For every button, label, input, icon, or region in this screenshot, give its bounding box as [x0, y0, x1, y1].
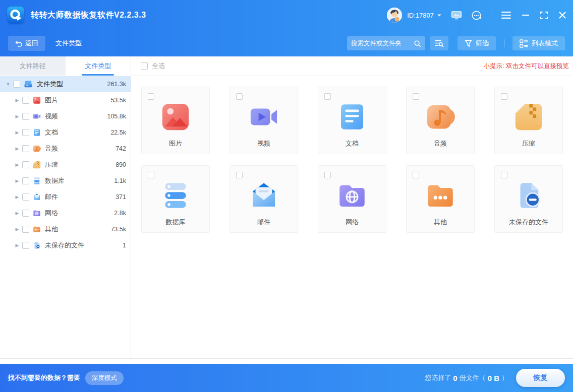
tree-item-file-types[interactable]: ▼文件类型261.3k: [0, 76, 131, 92]
expand-arrow-icon[interactable]: ▶: [13, 194, 21, 200]
filter-button-label: 筛选: [476, 39, 489, 48]
file-type-tree: ▼文件类型261.3k▶图片53.5k▶视频105.8k▶文档22.5k▶音频7…: [0, 76, 131, 253]
sidebar-tab-file-type[interactable]: 文件类型: [66, 56, 131, 76]
tree-item-checkbox[interactable]: [22, 210, 29, 217]
tree-item-other[interactable]: ▶其他73.5k: [0, 221, 131, 237]
deep-mode-button[interactable]: 深度模式: [85, 371, 124, 385]
selection-count: 0: [453, 374, 457, 382]
expand-arrow-icon[interactable]: ▼: [4, 82, 12, 87]
audio-icon: [424, 100, 457, 134]
tree-item-document[interactable]: ▶文档22.5k: [0, 124, 131, 141]
card-audio[interactable]: 音频: [406, 87, 475, 154]
card-checkbox[interactable]: [324, 172, 331, 178]
card-checkbox[interactable]: [501, 172, 507, 178]
tree-item-count: 1: [123, 242, 131, 249]
card-checkbox[interactable]: [148, 172, 154, 178]
breadcrumb: 文件类型: [55, 39, 82, 48]
recover-button[interactable]: 恢复: [516, 369, 565, 387]
title-bar: 转转大师数据恢复软件V2.2.3.3 ID:17807: [0, 0, 573, 30]
tree-item-label: 其他: [45, 225, 58, 234]
search-input[interactable]: [351, 40, 414, 47]
paren-open: （: [479, 373, 486, 382]
expand-arrow-icon[interactable]: ▶: [13, 243, 21, 248]
paren-close: ）: [501, 373, 508, 382]
search-in-list-button[interactable]: [430, 36, 448, 50]
picture-icon: [32, 96, 41, 105]
tree-item-count: 890: [116, 161, 131, 168]
tree-item-picture[interactable]: ▶图片53.5k: [0, 92, 131, 108]
tree-item-count: 1.1k: [114, 177, 131, 184]
card-checkbox[interactable]: [236, 93, 243, 100]
tree-item-checkbox[interactable]: [22, 226, 29, 233]
expand-arrow-icon[interactable]: ▶: [13, 114, 21, 119]
card-checkbox[interactable]: [324, 93, 331, 100]
tree-item-label: 文档: [45, 128, 58, 137]
tree-item-archive[interactable]: ▶压缩890: [0, 157, 131, 173]
user-id[interactable]: ID:17807: [407, 12, 434, 19]
card-checkbox[interactable]: [501, 93, 507, 100]
expand-arrow-icon[interactable]: ▶: [13, 146, 21, 151]
selection-size: 0 B: [488, 374, 499, 382]
document-icon: [32, 128, 41, 137]
card-network[interactable]: 网络: [318, 165, 386, 233]
close-button[interactable]: [559, 12, 566, 19]
card-checkbox[interactable]: [236, 172, 243, 178]
tree-item-checkbox[interactable]: [22, 161, 29, 168]
user-dropdown-caret-icon[interactable]: [437, 14, 442, 17]
card-checkbox[interactable]: [413, 172, 419, 178]
card-label: 未保存的文件: [495, 218, 562, 227]
expand-arrow-icon[interactable]: ▶: [13, 178, 21, 183]
card-label: 网络: [318, 218, 386, 227]
tree-item-checkbox[interactable]: [22, 113, 29, 120]
tree-item-checkbox[interactable]: [22, 129, 29, 136]
card-checkbox[interactable]: [413, 93, 419, 100]
search-box[interactable]: [347, 36, 425, 50]
user-avatar[interactable]: [387, 8, 402, 23]
card-archive[interactable]: 压缩: [494, 87, 563, 154]
search-icon[interactable]: [414, 40, 421, 47]
tree-item-checkbox[interactable]: [22, 145, 29, 152]
selection-prefix: 您选择了: [425, 373, 451, 382]
audio-icon: [32, 144, 41, 153]
tree-item-label: 网络: [45, 209, 58, 218]
expand-arrow-icon[interactable]: ▶: [13, 130, 21, 135]
expand-arrow-icon[interactable]: ▶: [13, 162, 21, 167]
tree-item-count: 105.8k: [107, 113, 131, 120]
tree-item-checkbox[interactable]: [13, 81, 20, 88]
back-button[interactable]: 返回: [8, 36, 45, 51]
tree-item-checkbox[interactable]: [22, 242, 29, 249]
tree-item-video[interactable]: ▶视频105.8k: [0, 108, 131, 124]
filter-button[interactable]: 筛选: [457, 36, 496, 50]
tree-item-audio[interactable]: ▶音频742: [0, 141, 131, 157]
tree-item-network[interactable]: ▶网络2.8k: [0, 205, 131, 221]
expand-arrow-icon[interactable]: ▶: [13, 227, 21, 232]
card-video[interactable]: 视频: [230, 87, 298, 154]
card-other[interactable]: 其他: [406, 165, 475, 233]
tree-item-checkbox[interactable]: [22, 97, 29, 104]
minimize-button[interactable]: [522, 12, 529, 19]
sidebar: 文件路径文件类型 ▼文件类型261.3k▶图片53.5k▶视频105.8k▶文档…: [0, 56, 131, 359]
maximize-button[interactable]: [540, 12, 548, 19]
tree-item-database[interactable]: ▶数据库1.1k: [0, 173, 131, 189]
expand-arrow-icon[interactable]: ▶: [13, 98, 21, 103]
card-database[interactable]: 数据库: [141, 165, 210, 233]
card-mail[interactable]: 邮件: [230, 165, 298, 233]
expand-arrow-icon[interactable]: ▶: [13, 211, 21, 216]
tree-item-count: 261.3k: [107, 81, 131, 88]
select-all-checkbox[interactable]: [141, 62, 148, 70]
customer-service-icon[interactable]: [471, 10, 482, 21]
tree-item-unsaved[interactable]: ▶未保存的文件1: [0, 237, 131, 253]
list-mode-button[interactable]: 列表模式: [512, 36, 565, 50]
card-label: 音频: [407, 139, 474, 148]
tree-item-checkbox[interactable]: [22, 193, 29, 201]
card-document[interactable]: 文档: [318, 87, 386, 154]
tree-item-mail[interactable]: ▶邮件371: [0, 189, 131, 205]
card-checkbox[interactable]: [148, 93, 154, 100]
card-unsaved[interactable]: 未保存的文件: [494, 165, 563, 233]
tree-item-checkbox[interactable]: [22, 177, 29, 184]
screen-share-icon[interactable]: [451, 11, 462, 20]
menu-icon[interactable]: [501, 12, 511, 19]
sidebar-tab-file-path[interactable]: 文件路径: [0, 56, 66, 76]
file-type-grid: 图片视频文档音频压缩数据库邮件网络其他未保存的文件: [132, 76, 573, 243]
card-picture[interactable]: 图片: [141, 87, 210, 154]
